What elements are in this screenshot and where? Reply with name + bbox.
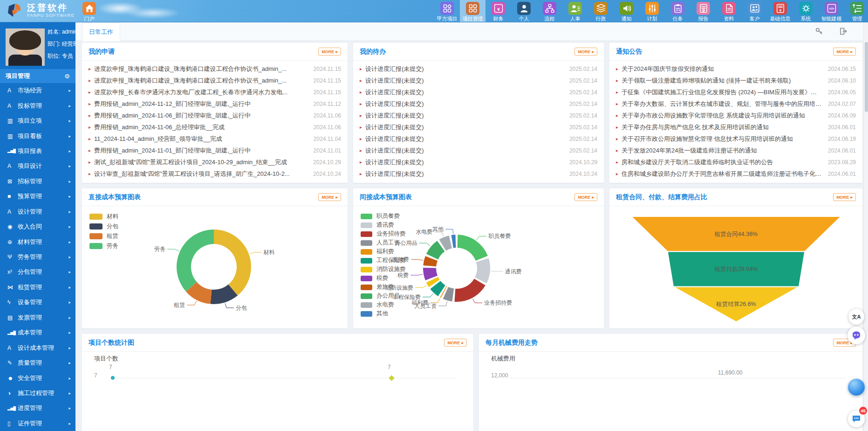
lease-funnel-chart[interactable]: 租赁合同44.36%租赁付款29.04%租赁结算26.6% — [609, 206, 862, 328]
list-item[interactable]: ▸进度款申报_珠海鹤港口建设_珠海鹤港口建设工程合作协议书_admin_...2… — [89, 63, 341, 75]
list-item[interactable]: ▸费用报销_admin_2024-11-06_总经理审批__完成2024.11.… — [89, 121, 341, 133]
legend-item-材料[interactable]: 材料 — [89, 212, 118, 222]
list-item[interactable]: ▸房和城乡建设厅关于取消二级建造师临时执业证书的公告2023.08.29 — [616, 156, 856, 168]
password-key-icon[interactable] — [815, 27, 823, 35]
list-item[interactable]: ▸设计进度汇报(未提交)2024.10.24 — [360, 168, 597, 180]
logout-icon[interactable] — [839, 27, 847, 35]
data-point[interactable] — [389, 375, 395, 381]
legend-item-劳务[interactable]: 劳务 — [89, 241, 118, 251]
nav-item-行政[interactable]: 行政 — [588, 0, 614, 22]
list-item[interactable]: ▸测试_彭祖新城“四馆”景观工程设计项目_2024-10-29_admin_结束… — [89, 156, 341, 168]
vertical-scrollbar[interactable] — [863, 22, 868, 431]
scrollbar-thumb[interactable] — [865, 42, 868, 112]
list-item[interactable]: ▸关于2024年国庆节放假安排的通知2024.06.15 — [616, 63, 856, 75]
list-item[interactable]: ▸费用报销_admin_2024-11-06_部门经理审批_胡建,_运行中202… — [89, 110, 341, 121]
tab-daily-work[interactable]: 日常工作 — [82, 22, 120, 41]
more-button[interactable]: MORE▶ — [574, 48, 597, 56]
more-button[interactable]: MORE▶ — [833, 48, 856, 56]
legend-item-业务招待费[interactable]: 业务招待费 — [361, 229, 406, 238]
assistant-robot-button[interactable] — [847, 327, 865, 344]
list-item[interactable]: ▸关于领取一级注册建造师增项贴的通知 (须持一建证书前来领取)2024.06.1… — [616, 75, 856, 86]
legend-item-通讯费[interactable]: 通讯费 — [361, 221, 406, 229]
legend-item-水电费[interactable]: 水电费 — [361, 300, 406, 309]
more-button[interactable]: MORE▶ — [444, 339, 467, 347]
list-item[interactable]: ▸设计进度汇报(未提交)2025.02.14 — [360, 121, 597, 133]
legend-item-职员餐费[interactable]: 职员餐费 — [361, 212, 406, 221]
nav-item-基础信息[interactable]: ¥基础信息 — [767, 0, 793, 22]
sidebar-item-进度管理[interactable]: ▂▅█进度管理▸ — [0, 401, 75, 416]
avatar[interactable] — [6, 28, 45, 66]
more-button[interactable]: MORE▶ — [318, 193, 341, 201]
sidebar-item-分包管理[interactable]: x²分包管理▸ — [0, 264, 75, 279]
list-item[interactable]: ▸关于发放2024年第24批一级建造师注册证书的通知2024.06.01 — [616, 145, 856, 156]
direct-cost-donut-chart[interactable]: 材料分包租赁劳务 — [82, 206, 348, 328]
list-item[interactable]: ▸关于举办市政公用设施数字化管理信息 系统建设与应用培训班的通知2024.06.… — [616, 110, 856, 121]
list-item[interactable]: ▸关于举办大数据、云计算技术在城市建设、规划、管理与服务中的应用培训班...20… — [616, 98, 856, 110]
legend-item-福利费[interactable]: 福利费 — [361, 247, 406, 256]
list-item[interactable]: ▸设计进度汇报(未提交)2025.02.14 — [360, 98, 597, 110]
sidebar-item-项目看板[interactable]: ▥项目看板▸ — [0, 128, 75, 143]
list-item[interactable]: ▸设计进度汇报(未提交)2025.02.14 — [360, 86, 597, 98]
legend-item-其他[interactable]: 其他 — [361, 309, 406, 318]
list-item[interactable]: ▸进度款申报_珠海鹤港口建设_珠海鹤港口建设工程合作协议书_admin_...2… — [89, 75, 341, 86]
more-button[interactable]: MORE▶ — [318, 48, 341, 56]
legend-item-人员工资[interactable]: 人员工资 — [361, 238, 406, 247]
list-item[interactable]: ▸进度款申报_长春市伊通河水力发电厂改建工程_长春市伊通河水力发电...2024… — [89, 86, 341, 98]
list-item[interactable]: ▸费用报销_admin_2024-11-12_部门经理审批_胡建,_运行中202… — [89, 98, 341, 110]
translate-float-button[interactable]: 文A — [848, 309, 864, 325]
sidebar-section-header[interactable]: 项目管理 ⚙ — [0, 69, 75, 83]
project-count-line-chart[interactable]: 项目个数777 — [82, 352, 473, 431]
nav-item-客户[interactable]: 客户 — [742, 0, 767, 22]
nav-item-计划[interactable]: 计划 — [639, 0, 665, 22]
assistant-ball-button[interactable] — [848, 379, 865, 396]
list-item[interactable]: ▸费用报销_admin_2024-11-01_部门经理审批_胡建,_运行中202… — [89, 145, 341, 156]
machine-cost-line-chart[interactable]: 机械费用12,00011,690.00 — [479, 352, 862, 431]
list-item[interactable]: ▸关于召开市政公用设施智慧化管理 信息技术与应用培训班的通知2024.06.19 — [616, 133, 856, 145]
list-item[interactable]: ▸11_2024-11-04_admin_经营部_领导审批__完成2024.11… — [89, 133, 341, 145]
nav-item-甲方项目[interactable]: 甲方项目 — [434, 0, 460, 22]
sidebar-item-劳务管理[interactable]: Ψ劳务管理▸ — [0, 250, 75, 264]
nav-item-系统[interactable]: 系统 — [793, 0, 819, 22]
nav-item-任务[interactable]: 任务 — [665, 0, 690, 22]
legend-item-税费[interactable]: 税费 — [361, 274, 406, 283]
sidebar-item-项目设计[interactable]: A项目设计▸ — [0, 159, 75, 174]
nav-item-资料[interactable]: 资料 — [716, 0, 742, 22]
legend-item-差旅费[interactable]: 差旅费 — [361, 283, 406, 292]
sidebar-item-安全管理[interactable]: ☻安全管理▸ — [0, 370, 75, 385]
nav-item-个人[interactable]: 个人 — [511, 0, 537, 22]
sidebar-item-设计成本管理[interactable]: A设计成本管理▸ — [0, 340, 75, 355]
sidebar-item-证件管理[interactable]: ▯证件管理▸ — [0, 416, 75, 431]
nav-item-项目管理[interactable]: 项目管理 — [460, 0, 485, 22]
settings-gear-icon[interactable]: ⚙ — [64, 73, 70, 80]
sidebar-item-施工过程管理[interactable]: ◑施工过程管理▸ — [0, 386, 75, 401]
sidebar-item-收入合同[interactable]: ◉收入合同▸ — [0, 219, 75, 234]
nav-item-流程[interactable]: 流程 — [537, 0, 562, 22]
nav-item-门户[interactable]: 门户 — [76, 0, 102, 22]
list-item[interactable]: ▸设计进度汇报(未提交)2025.02.14 — [360, 145, 597, 156]
legend-item-工程保险费[interactable]: 工程保险费 — [361, 256, 406, 265]
sidebar-item-项目立项[interactable]: ▥项目立项▸ — [0, 113, 75, 128]
more-button[interactable]: MORE▶ — [574, 193, 597, 201]
sidebar-item-项目报表[interactable]: ▂▅█项目报表▸ — [0, 144, 75, 159]
sidebar-item-设备管理[interactable]: ϟ设备管理▸ — [0, 295, 75, 310]
nav-item-报告[interactable]: 报告 — [690, 0, 716, 22]
nav-item-智能建模[interactable]: </>智能建模 — [819, 0, 844, 22]
sidebar-item-质量管理[interactable]: ✎质量管理▸ — [0, 355, 75, 370]
list-item[interactable]: ▸设计进度汇报(未提交)2025.02.14 — [360, 133, 597, 145]
list-item[interactable]: ▸于征集《中国建筑施工行业信息化发展报告 (2024) —BIM应用与发展》材料… — [616, 86, 856, 98]
legend-item-消防设施费[interactable]: 消防设施费 — [361, 265, 406, 274]
sidebar-item-预算管理[interactable]: ■预算管理▸ — [0, 189, 75, 204]
sidebar-item-市场经营[interactable]: A市场经营▸ — [0, 83, 75, 98]
list-item[interactable]: ▸设计进度汇报(未提交)2025.02.14 — [360, 110, 597, 121]
list-item[interactable]: ▸设计进度汇报(未提交)2025.02.14 — [360, 75, 597, 86]
nav-item-财务[interactable]: ¥财务 — [485, 0, 511, 22]
sidebar-item-设计管理[interactable]: A设计管理▸ — [0, 204, 75, 219]
sidebar-item-租赁管理[interactable]: ⋈租赁管理▸ — [0, 280, 75, 295]
list-item[interactable]: ▸住房和城乡建设部办公厅关于同意吉林省开展二级建造师注册证书电子化试点...20… — [616, 168, 856, 180]
nav-item-管理[interactable]: 管理 — [844, 0, 868, 22]
data-point[interactable] — [111, 376, 115, 380]
nav-item-人事[interactable]: 人事 — [562, 0, 588, 22]
list-item[interactable]: ▸设计进度汇报(未提交)2025.02.14 — [360, 63, 597, 75]
legend-item-租赁[interactable]: 租赁 — [89, 231, 118, 241]
legend-item-分包[interactable]: 分包 — [89, 222, 118, 231]
